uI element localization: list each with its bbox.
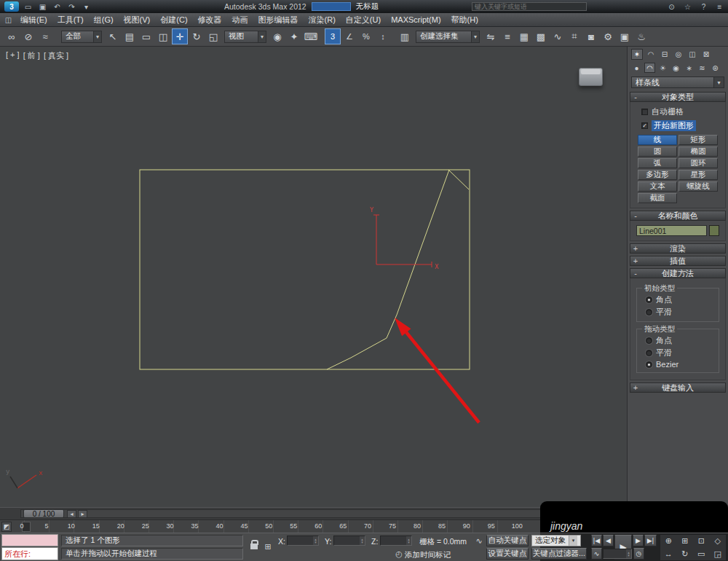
menu-item[interactable]: 图形编辑器	[253, 13, 304, 27]
undo-icon[interactable]: ↶	[52, 1, 63, 12]
rollout-name-color-header[interactable]: - 名称和颜色	[630, 211, 726, 221]
viewport-canvas[interactable]: Y X x y	[0, 47, 627, 507]
y-coordinate-field[interactable]: ▴▾	[333, 536, 365, 546]
material-editor-icon[interactable]: ◙	[583, 28, 599, 44]
selection-lock-icon[interactable]	[250, 544, 258, 549]
z-coordinate-field[interactable]: ▴▾	[380, 536, 412, 546]
spline-polyline[interactable]	[327, 170, 449, 369]
snap-toggle-3d-icon[interactable]: 3	[325, 28, 341, 44]
field-of-view-icon[interactable]: ◇	[710, 535, 727, 548]
named-selection-sets-dropdown[interactable]: 创建选择集 ▾	[416, 31, 480, 43]
next-frame-button[interactable]: ▶	[633, 535, 644, 546]
selection-filter-dropdown[interactable]: 全部 ▾	[61, 31, 102, 43]
time-slider-track[interactable]	[20, 509, 545, 518]
workspace-icon[interactable]: ◫	[3, 15, 14, 25]
frame-spinner[interactable]: ▴▾	[626, 549, 631, 558]
open-icon[interactable]: ▭	[23, 1, 33, 12]
previous-frame-button[interactable]: ◀	[603, 535, 614, 546]
set-key-button[interactable]: 设置关键点	[486, 548, 529, 560]
layer-manager-icon[interactable]: ▦	[516, 28, 532, 44]
button-line[interactable]: 线	[638, 135, 677, 145]
window-crossing-icon[interactable]: ◫	[155, 28, 171, 44]
button-circle[interactable]: 圆	[638, 146, 677, 157]
menu-item[interactable]: 工具(T)	[52, 13, 89, 27]
search-input[interactable]	[472, 3, 586, 10]
menu-item[interactable]: 渲染(R)	[304, 13, 341, 27]
selection-region-icon[interactable]: ▭	[138, 28, 154, 44]
menu-item[interactable]: 组(G)	[89, 13, 119, 27]
button-helix[interactable]: 螺旋线	[678, 181, 718, 192]
button-star[interactable]: 星形	[678, 170, 718, 180]
unlink-selection-icon[interactable]: ⊘	[20, 28, 36, 44]
bind-to-spacewarp-icon[interactable]: ≈	[37, 28, 53, 44]
category-cameras-icon[interactable]: ◉	[670, 63, 681, 73]
selected-filter-dropdown[interactable]: 选定对象 ▾	[531, 535, 581, 546]
mirror-icon[interactable]: ⇋	[483, 28, 499, 44]
align-icon[interactable]: ≡	[499, 28, 515, 44]
keyboard-override-icon[interactable]: ⌨	[303, 28, 319, 44]
spline-corner-segment[interactable]	[448, 170, 469, 189]
orbit-icon[interactable]: ↻	[677, 548, 694, 561]
rollout-creation-method-header[interactable]: - 创建方法	[630, 268, 726, 278]
z-spinner[interactable]: ▴▾	[406, 536, 411, 545]
rollout-interpolation-header[interactable]: + 插值	[630, 256, 726, 266]
menu-item[interactable]: 动画	[227, 13, 253, 27]
button-ngon[interactable]: 多边形	[638, 170, 677, 180]
key-mode-toggle-button[interactable]: ∿	[591, 548, 602, 560]
select-object-icon[interactable]: ↖	[105, 28, 121, 44]
auto-key-button[interactable]: 自动关键点	[486, 535, 529, 546]
time-configuration-button[interactable]: ◷	[633, 548, 644, 560]
help-search-box[interactable]	[472, 2, 587, 11]
rollout-rendering-header[interactable]: + 渲染	[630, 243, 726, 254]
zoom-extents-icon[interactable]: ⊡	[693, 535, 710, 548]
mini-curve-editor-button[interactable]: ◩	[1, 522, 12, 532]
tab-create[interactable]: ✶	[631, 49, 643, 60]
favorites-icon[interactable]: ☆	[682, 1, 693, 12]
radio-drag-corner[interactable]	[646, 337, 652, 344]
save-icon[interactable]: ▣	[37, 1, 48, 12]
redo-icon[interactable]: ↷	[66, 1, 77, 12]
radio-drag-bezier[interactable]	[646, 361, 652, 368]
current-frame-field[interactable]: ▴▾	[603, 549, 632, 559]
time-slider-handle[interactable]: 0 / 100	[23, 509, 64, 518]
maxscript-listener-output[interactable]: 所在行:	[1, 547, 58, 560]
schematic-view-icon[interactable]: ⌗	[566, 28, 582, 44]
zoom-region-icon[interactable]: ▭	[693, 548, 710, 561]
category-helpers-icon[interactable]: ∗	[684, 63, 695, 73]
maxscript-listener-input[interactable]	[1, 534, 58, 546]
select-and-link-icon[interactable]: ∞	[4, 28, 20, 44]
viewport-front[interactable]: [ + ] [ 前 ] [ 真实 ] Y X x	[0, 47, 627, 507]
render-setup-icon[interactable]: ⚙	[600, 28, 616, 44]
button-section[interactable]: 截面	[638, 193, 677, 203]
zoom-all-icon[interactable]: ⊞	[677, 535, 694, 548]
select-and-manipulate-icon[interactable]: ✦	[286, 28, 302, 44]
viewcube[interactable]	[572, 66, 607, 93]
menu-item[interactable]: 自定义(U)	[341, 13, 386, 27]
x-coordinate-field[interactable]: ▴▾	[287, 536, 319, 546]
menu-item[interactable]: 编辑(E)	[15, 13, 52, 27]
rollout-object-type-header[interactable]: - 对象类型	[630, 92, 726, 102]
start-new-shape-checkbox[interactable]: ✓	[641, 122, 648, 129]
maximize-viewport-icon[interactable]: ◲	[710, 548, 727, 561]
goto-end-button[interactable]: ▶|	[644, 535, 657, 546]
button-ellipse[interactable]: 椭圆	[678, 146, 718, 157]
button-arc[interactable]: 弧	[638, 158, 677, 168]
workspace-arrow-icon[interactable]: ▾	[81, 1, 92, 12]
help-icon[interactable]: ?	[698, 1, 709, 12]
radio-drag-smooth[interactable]	[646, 350, 652, 356]
absolute-mode-icon[interactable]: ⊞	[262, 541, 274, 552]
select-by-name-icon[interactable]: ▤	[122, 28, 138, 44]
angle-snap-icon[interactable]: ∠	[341, 28, 357, 44]
menu-item[interactable]: 帮助(H)	[446, 13, 483, 27]
curve-editor-icon[interactable]: ∿	[550, 28, 566, 44]
add-time-tag-label[interactable]: 添加时间标记	[405, 550, 451, 560]
menu-item[interactable]: MAXScript(M)	[386, 13, 446, 27]
select-and-scale-icon[interactable]: ◱	[205, 28, 221, 44]
reference-coordinate-dropdown[interactable]: 视图 ▾	[224, 31, 266, 43]
edit-named-selections-icon[interactable]: ▥	[397, 28, 413, 44]
rollout-keyboard-entry-header[interactable]: + 键盘输入	[630, 382, 726, 393]
viewcube-top-face[interactable]	[581, 69, 601, 74]
menu-item[interactable]: 创建(C)	[155, 13, 192, 27]
apps-icon[interactable]: ≡	[714, 1, 725, 12]
button-text[interactable]: 文本	[638, 181, 677, 192]
